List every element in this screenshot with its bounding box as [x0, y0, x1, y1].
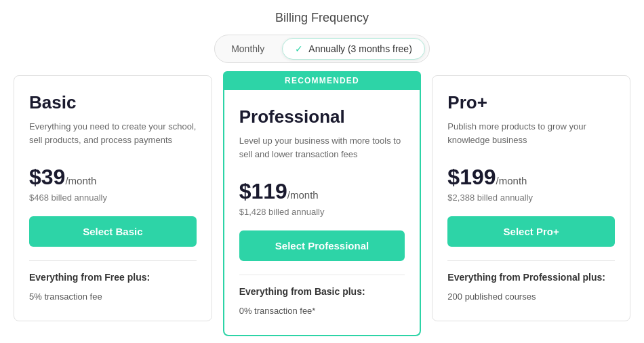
basic-feature-0: 5% transaction fee: [29, 291, 197, 303]
plan-basic-price-amount: $39: [29, 165, 65, 189]
professional-divider: [239, 275, 405, 275]
annually-toggle[interactable]: ✓ Annually (3 months free): [282, 38, 425, 60]
plans-container: Basic Everything you need to create your…: [14, 75, 630, 336]
professional-feature-0: 0% transaction fee*: [239, 305, 405, 317]
plan-professional-name: Professional: [239, 106, 405, 127]
plan-proplus-description: Publish more products to grow your knowl…: [447, 120, 615, 153]
proplus-features-header: Everything from Professional plus:: [447, 272, 615, 283]
plan-proplus-price-period: /month: [496, 175, 527, 186]
plan-proplus-name: Pro+: [447, 92, 615, 113]
check-icon: ✓: [295, 43, 303, 54]
select-professional-button[interactable]: Select Professional: [239, 230, 405, 261]
frequency-toggle: Monthly ✓ Annually (3 months free): [214, 35, 430, 63]
plan-basic-wrapper: Basic Everything you need to create your…: [14, 75, 212, 321]
plan-basic-name: Basic: [29, 92, 197, 113]
basic-divider: [29, 260, 197, 261]
plan-proplus-price-amount: $199: [447, 165, 496, 189]
monthly-toggle[interactable]: Monthly: [219, 39, 277, 59]
plan-card-professional: Professional Level up your business with…: [223, 90, 422, 336]
select-basic-button[interactable]: Select Basic: [29, 216, 197, 247]
billing-title: Billing Frequency: [214, 11, 430, 25]
plan-card-basic: Basic Everything you need to create your…: [14, 75, 212, 321]
recommended-banner: RECOMMENDED: [223, 71, 422, 90]
professional-features-header: Everything from Basic plus:: [239, 286, 405, 297]
proplus-divider: [447, 260, 615, 261]
plan-professional-price-amount: $119: [239, 179, 287, 203]
plan-basic-price-period: /month: [65, 175, 96, 186]
plan-proplus-price: $199/month: [447, 165, 615, 190]
plan-basic-description: Everything you need to create your schoo…: [29, 120, 197, 153]
select-proplus-button[interactable]: Select Pro+: [447, 216, 615, 247]
plan-professional-price-period: /month: [287, 189, 319, 201]
plan-professional-billed: $1,428 billed annually: [239, 207, 405, 217]
plan-proplus-wrapper: Pro+ Publish more products to grow your …: [432, 75, 630, 321]
plan-professional-price: $119/month: [239, 179, 405, 204]
billing-header: Billing Frequency Monthly ✓ Annually (3 …: [214, 11, 430, 63]
plan-basic-billed: $468 billed annually: [29, 193, 197, 203]
plan-basic-price: $39/month: [29, 165, 197, 190]
proplus-feature-0: 200 published courses: [447, 291, 615, 303]
page-container: Billing Frequency Monthly ✓ Annually (3 …: [0, 0, 644, 336]
plan-card-proplus: Pro+ Publish more products to grow your …: [432, 75, 630, 321]
plan-professional-description: Level up your business with more tools t…: [239, 134, 405, 167]
basic-features-header: Everything from Free plus:: [29, 272, 197, 283]
plan-professional-wrapper: RECOMMENDED Professional Level up your b…: [223, 71, 422, 336]
plan-proplus-billed: $2,388 billed annually: [447, 193, 615, 203]
